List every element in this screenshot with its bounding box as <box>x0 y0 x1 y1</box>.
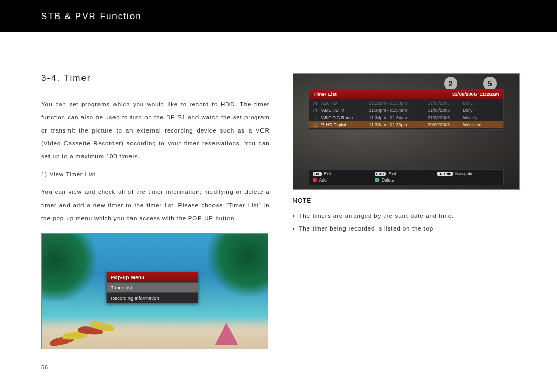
note-heading: NOTE <box>293 197 521 204</box>
hint-exit: EXIT Exit <box>375 171 437 176</box>
timer-rows: ▢ TEN HD 11:28am - 01:33pm 31/08/2006 Da… <box>309 99 503 129</box>
note-bullet: The timers are arranged by the start dat… <box>293 209 521 222</box>
timer-datetime: 31/08/2006 11:26am <box>452 91 499 97</box>
timer-panel: Timer List 31/08/2006 11:26am ▢ TEN HD 1… <box>309 89 504 130</box>
tv-icon: ▢ <box>313 101 318 106</box>
popup-item-timer-list[interactable]: Timer List <box>107 282 198 292</box>
popup-title: Pop-up Menu <box>107 272 198 282</box>
timer-title: Timer List <box>314 91 337 97</box>
section-number: 3-4. Timer <box>41 73 270 84</box>
page-body: 3-4. Timer You can set programs which yo… <box>0 32 557 349</box>
ok-key: OK <box>313 172 322 176</box>
left-column: 3-4. Timer You can set programs which yo… <box>41 73 270 349</box>
kayaks-deco <box>50 323 111 345</box>
screenshot-popup-menu: Pop-up Menu Timer List Recording Informa… <box>41 233 268 349</box>
race-number: 5 <box>483 77 497 90</box>
race-number: 2 <box>444 77 457 90</box>
page-header: STB & PVR Function <box>0 0 557 32</box>
timer-row[interactable]: ▢ *ABC HDTV 11:34pm - 01:34am 31/08/2006… <box>309 107 503 114</box>
timer-row-selected[interactable]: ▢ *7 HD Digital 11:33am - 01:33pm 30/09/… <box>309 121 503 128</box>
arrows-icon: ▲▼◀▶ <box>437 172 453 176</box>
popup-item-recording-info[interactable]: Recording Information <box>107 292 198 303</box>
sail-deco <box>215 323 238 345</box>
screenshot-timer-list: 2 5 Timer List 31/08/2006 11:26am ▢ TEN … <box>293 73 520 190</box>
timer-hint-bar: OK Edit EXIT Exit ▲▼◀▶ Navigation Add <box>309 169 504 185</box>
palm-deco <box>41 234 99 301</box>
page-number: 56 <box>41 364 48 370</box>
red-dot-icon <box>313 178 317 182</box>
hint-edit: OK Edit <box>313 171 375 176</box>
intro-paragraph: You can set programs which you would lik… <box>41 98 270 163</box>
tv-icon: ▢ <box>313 108 318 113</box>
note-bullet: The timer being recorded is listed on th… <box>293 222 521 235</box>
timer-header: Timer List 31/08/2006 11:26am <box>309 90 503 99</box>
palm-deco <box>206 233 268 296</box>
exit-key: EXIT <box>375 172 386 176</box>
header-title: STB & PVR Function <box>41 11 142 21</box>
subhead-view-timer-list: 1) View Timer List <box>41 171 270 177</box>
hint-add: Add <box>313 177 375 183</box>
green-dot-icon <box>375 178 379 182</box>
radio-icon: ♪ <box>313 116 318 120</box>
right-column: 2 5 Timer List 31/08/2006 11:26am ▢ TEN … <box>293 73 521 349</box>
view-timer-paragraph: You can view and check all of the timer … <box>41 186 270 225</box>
hint-nav: ▲▼◀▶ Navigation <box>437 171 500 176</box>
hint-delete: Delete <box>375 177 437 183</box>
timer-row[interactable]: ♪ *ABC DiG Radio 11:34pm - 01:34am 31/08… <box>309 114 503 121</box>
timer-row[interactable]: ▢ TEN HD 11:28am - 01:33pm 31/08/2006 Da… <box>309 100 503 107</box>
tv-icon: ▢ <box>313 123 318 127</box>
popup-panel: Pop-up Menu Timer List Recording Informa… <box>106 272 198 303</box>
